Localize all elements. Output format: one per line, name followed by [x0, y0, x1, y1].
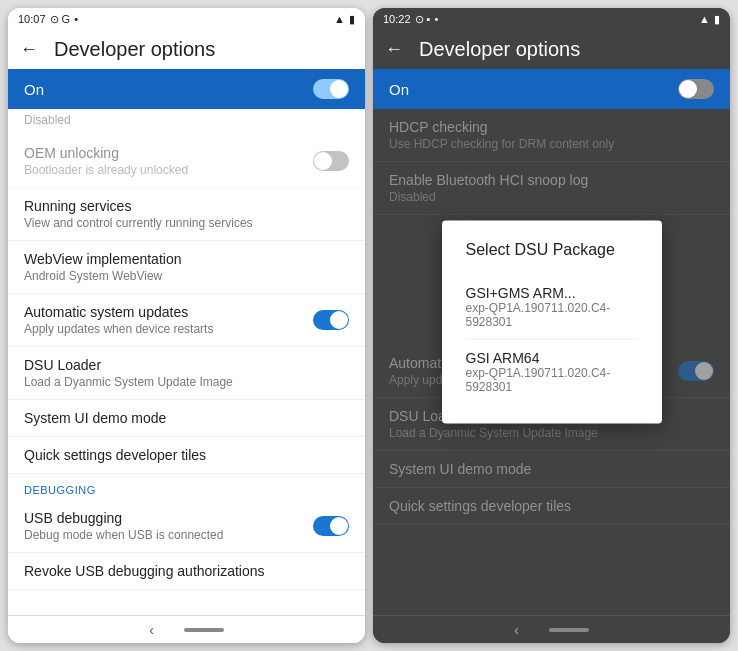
- right-dialog: Select DSU Package GSI+GMS ARM... exp-QP…: [442, 220, 662, 423]
- right-system-ui-text: System UI demo mode: [389, 461, 714, 477]
- left-webview-desc: Android System WebView: [24, 269, 349, 283]
- right-nav-pill: [549, 628, 589, 632]
- left-running-text: Running services View and control curren…: [24, 198, 349, 230]
- right-bluetooth-snoop[interactable]: Enable Bluetooth HCI snoop log Disabled: [373, 162, 730, 215]
- left-auto-updates-knob: [330, 311, 348, 329]
- left-bottom-nav: ‹: [8, 615, 365, 643]
- left-battery-icon: ▮: [349, 13, 355, 26]
- left-auto-updates-desc: Apply updates when device restarts: [24, 322, 313, 336]
- right-dialog-opt2-detail: exp-QP1A.190711.020.C4-5928301: [466, 365, 638, 393]
- left-dsu-loader[interactable]: DSU Loader Load a Dyanmic System Update …: [8, 347, 365, 400]
- right-quick-settings-text: Quick settings developer tiles: [389, 498, 714, 514]
- left-revoke-name: Revoke USB debugging authorizations: [24, 563, 349, 579]
- right-icons: ⊙ ▪: [415, 13, 431, 26]
- left-webview-text: WebView implementation Android System We…: [24, 251, 349, 283]
- right-toggle-knob: [679, 80, 697, 98]
- left-phone: 10:07 ⊙ G • ▲ ▮ ← Developer options On D…: [8, 8, 365, 643]
- left-status-bar: 10:07 ⊙ G • ▲ ▮: [8, 8, 365, 30]
- left-auto-updates-name: Automatic system updates: [24, 304, 313, 320]
- left-debugging-header: DEBUGGING: [8, 474, 365, 500]
- left-dsu-name: DSU Loader: [24, 357, 349, 373]
- left-status-left: 10:07 ⊙ G •: [18, 13, 78, 26]
- left-dot: •: [74, 13, 78, 25]
- left-auto-updates[interactable]: Automatic system updates Apply updates w…: [8, 294, 365, 347]
- right-time: 10:22: [383, 13, 411, 25]
- left-back-button[interactable]: ←: [20, 39, 38, 60]
- right-quick-settings-name: Quick settings developer tiles: [389, 498, 714, 514]
- left-usb-debugging[interactable]: USB debugging Debug mode when USB is con…: [8, 500, 365, 553]
- left-oem-toggle-knob: [314, 152, 332, 170]
- right-dialog-opt1-detail: exp-QP1A.190711.020.C4-5928301: [466, 300, 638, 328]
- right-quick-settings[interactable]: Quick settings developer tiles: [373, 488, 730, 525]
- left-dsu-text: DSU Loader Load a Dyanmic System Update …: [24, 357, 349, 389]
- left-webview[interactable]: WebView implementation Android System We…: [8, 241, 365, 294]
- right-dialog-opt2-name: GSI ARM64: [466, 349, 638, 365]
- right-status-left: 10:22 ⊙ ▪ •: [383, 13, 438, 26]
- right-dsu-desc: Load a Dyanmic System Update Image: [389, 426, 714, 440]
- left-auto-updates-text: Automatic system updates Apply updates w…: [24, 304, 313, 336]
- right-phone: 10:22 ⊙ ▪ • ▲ ▮ ← Developer options On H…: [373, 8, 730, 643]
- right-hdcp[interactable]: HDCP checking Use HDCP checking for DRM …: [373, 109, 730, 162]
- right-auto-knob: [695, 362, 713, 380]
- right-wifi-icon: ▲: [699, 13, 710, 25]
- right-dialog-option-2[interactable]: GSI ARM64 exp-QP1A.190711.020.C4-5928301: [466, 339, 638, 403]
- right-system-ui-name: System UI demo mode: [389, 461, 714, 477]
- left-usb-desc: Debug mode when USB is connected: [24, 528, 313, 542]
- left-status-right: ▲ ▮: [334, 13, 355, 26]
- right-hdcp-name: HDCP checking: [389, 119, 714, 135]
- left-g-icon: ⊙ G: [50, 13, 71, 26]
- left-revoke-usb[interactable]: Revoke USB debugging authorizations: [8, 553, 365, 590]
- right-bottom-nav: ‹: [373, 615, 730, 643]
- left-back-nav[interactable]: ‹: [149, 622, 154, 638]
- right-battery-icon: ▮: [714, 13, 720, 26]
- left-running-services[interactable]: Running services View and control curren…: [8, 188, 365, 241]
- left-running-desc: View and control currently running servi…: [24, 216, 349, 230]
- right-page-title: Developer options: [419, 38, 580, 61]
- right-hdcp-desc: Use HDCP checking for DRM content only: [389, 137, 714, 151]
- left-top-bar: ← Developer options: [8, 30, 365, 69]
- right-on-label: On: [389, 81, 409, 98]
- left-disabled-label: Disabled: [8, 109, 365, 135]
- right-auto-toggle[interactable]: [678, 361, 714, 381]
- left-on-label: On: [24, 81, 44, 98]
- right-dialog-opt1-name: GSI+GMS ARM...: [466, 284, 638, 300]
- left-system-ui-name: System UI demo mode: [24, 410, 349, 426]
- left-oem-name: OEM unlocking: [24, 145, 313, 161]
- left-quick-settings-name: Quick settings developer tiles: [24, 447, 349, 463]
- left-on-toggle[interactable]: [313, 79, 349, 99]
- right-back-nav[interactable]: ‹: [514, 622, 519, 638]
- left-usb-text: USB debugging Debug mode when USB is con…: [24, 510, 313, 542]
- right-status-bar: 10:22 ⊙ ▪ • ▲ ▮: [373, 8, 730, 30]
- left-usb-name: USB debugging: [24, 510, 313, 526]
- left-content: Disabled OEM unlocking Bootloader is alr…: [8, 109, 365, 615]
- right-top-bar: ← Developer options: [373, 30, 730, 69]
- left-quick-settings[interactable]: Quick settings developer tiles: [8, 437, 365, 474]
- left-oem-text: OEM unlocking Bootloader is already unlo…: [24, 145, 313, 177]
- right-system-ui-demo[interactable]: System UI demo mode: [373, 451, 730, 488]
- right-content-wrapper: HDCP checking Use HDCP checking for DRM …: [373, 109, 730, 615]
- left-oem-desc: Bootloader is already unlocked: [24, 163, 313, 177]
- left-running-name: Running services: [24, 198, 349, 214]
- left-oem-toggle[interactable]: [313, 151, 349, 171]
- left-dsu-desc: Load a Dyanmic System Update Image: [24, 375, 349, 389]
- left-oem-unlocking[interactable]: OEM unlocking Bootloader is already unlo…: [8, 135, 365, 188]
- left-system-ui-text: System UI demo mode: [24, 410, 349, 426]
- right-on-row: On: [373, 69, 730, 109]
- left-usb-toggle-knob: [330, 517, 348, 535]
- left-quick-settings-text: Quick settings developer tiles: [24, 447, 349, 463]
- left-webview-name: WebView implementation: [24, 251, 349, 267]
- left-system-ui-demo[interactable]: System UI demo mode: [8, 400, 365, 437]
- left-usb-toggle[interactable]: [313, 516, 349, 536]
- right-bt-desc: Disabled: [389, 190, 714, 204]
- right-dialog-option-1[interactable]: GSI+GMS ARM... exp-QP1A.190711.020.C4-59…: [466, 274, 638, 339]
- left-auto-updates-toggle[interactable]: [313, 310, 349, 330]
- left-revoke-text: Revoke USB debugging authorizations: [24, 563, 349, 579]
- right-bt-text: Enable Bluetooth HCI snoop log Disabled: [389, 172, 714, 204]
- right-on-toggle[interactable]: [678, 79, 714, 99]
- right-back-button[interactable]: ←: [385, 39, 403, 60]
- left-nav-pill: [184, 628, 224, 632]
- right-dot: •: [435, 13, 439, 25]
- left-on-row: On: [8, 69, 365, 109]
- left-toggle-knob: [330, 80, 348, 98]
- right-bt-name: Enable Bluetooth HCI snoop log: [389, 172, 714, 188]
